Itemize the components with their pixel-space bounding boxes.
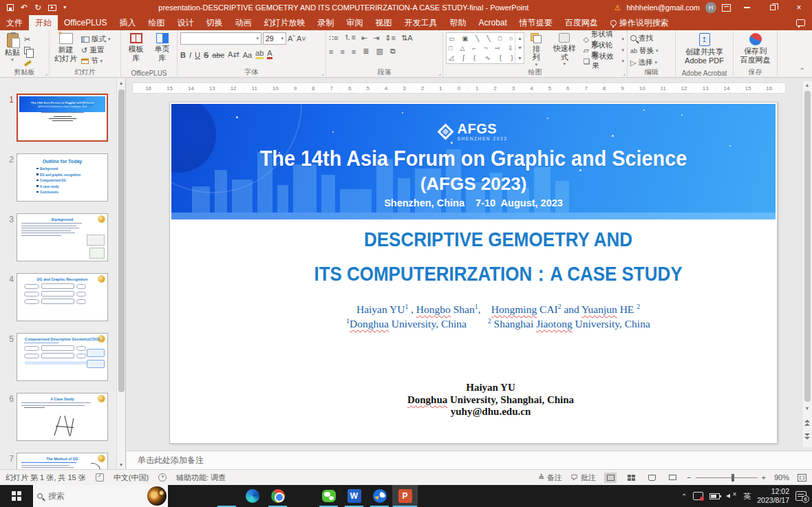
slide-thumbnail-7[interactable]: 7The Method of DG (4, 453, 108, 469)
slide-thumbnail-1[interactable]: 1The 14th Asia Forum on Graphic and Scie… (4, 94, 108, 142)
comments-icon[interactable] (796, 19, 805, 26)
drawing-dialog-launcher[interactable]: ⌟ (623, 70, 626, 76)
tab-设计[interactable]: 设计 (171, 15, 200, 30)
scroll-down-icon[interactable]: ▼ (117, 462, 125, 467)
tab-开始[interactable]: 开始 (29, 15, 58, 30)
find-button[interactable]: 查找 (630, 33, 672, 44)
slide-canvas[interactable]: AFGS SHENZHEN 2023 The 14th Asia Forum o… (169, 102, 778, 444)
redo-icon[interactable]: ↻ (34, 3, 41, 12)
copy-button[interactable] (24, 45, 32, 56)
tab-情节提要[interactable]: 情节提要 (513, 15, 559, 30)
slide-thumbnail-6[interactable]: 6A Case Study (4, 393, 108, 441)
font-name-combo[interactable]: ▾ (180, 32, 261, 45)
collapse-ribbon-icon[interactable]: ⌃ (793, 67, 812, 77)
slide-thumbnail-4[interactable]: 4DG and Graphic Recognition (4, 273, 108, 321)
font-size-combo[interactable]: 29▾ (263, 32, 286, 45)
volume-muted-icon[interactable] (726, 492, 737, 500)
tab-录制[interactable]: 录制 (311, 15, 340, 30)
highlight-color-button[interactable]: ab (255, 49, 264, 59)
justify-icon[interactable]: ≣ (363, 47, 369, 56)
gallery-up-icon[interactable]: ▲ (517, 36, 522, 41)
tab-幻灯片放映[interactable]: 幻灯片放映 (257, 15, 311, 30)
ribbon-display-options-icon[interactable] (722, 4, 731, 12)
scroll-down-icon[interactable]: ▼ (802, 406, 812, 411)
line-spacing-icon[interactable]: ⇕≡ (385, 34, 396, 43)
save-to-baidu-button[interactable]: 保存到 百度网盘 (738, 32, 773, 68)
shape-gallery[interactable]: ▭▣╲╲□○ □△⌐¬⇨⇩ ◿ʃ(∿{} ▲▼▼ (446, 32, 524, 64)
align-center-icon[interactable]: ≡ (340, 47, 344, 56)
tab-Acrobat[interactable]: Acrobat (472, 15, 513, 30)
slide-title-line1[interactable]: DESCRIPTIVE GEMOETRY AND (252, 228, 745, 251)
select-button[interactable]: ▷选择▾ (630, 57, 672, 68)
create-share-pdf-button[interactable]: ↥ 创建并共享 Adobe PDF (683, 32, 726, 68)
ime-indicator[interactable]: 英 (743, 491, 751, 501)
screen-record-icon[interactable] (693, 492, 703, 500)
italic-button[interactable]: I (189, 51, 191, 59)
text-direction-icon[interactable]: ⇅A (401, 34, 413, 43)
page-library-button[interactable]: 单页库 (150, 32, 174, 68)
tab-审阅[interactable]: 审阅 (340, 15, 369, 30)
align-left-icon[interactable]: ≡ (329, 47, 333, 56)
reading-view-button[interactable] (645, 473, 658, 483)
save-icon[interactable] (7, 4, 14, 11)
character-spacing-button[interactable]: A⇄ (228, 50, 239, 59)
slide-thumbnail-2[interactable]: 2Outline for TodayBackgroundDG and graph… (4, 153, 108, 202)
quick-styles-button[interactable]: 快速样式▾ (548, 32, 581, 68)
tab-绘图[interactable]: 绘图 (142, 15, 171, 30)
battery-icon[interactable] (709, 493, 720, 499)
shape-effects-button[interactable]: ❏形状效果▾ (583, 56, 624, 67)
taskbar-clock[interactable]: 12:022023/8/17 (757, 487, 789, 505)
align-right-icon[interactable]: ≡ (352, 47, 356, 56)
notification-center-icon[interactable]: 6 (795, 491, 806, 501)
contact-block[interactable]: Haiyan YU Donghua University, Shanghai, … (376, 382, 605, 418)
shrink-font-icon[interactable]: A˅ (297, 34, 306, 43)
reset-button[interactable]: ↺重置 (81, 45, 111, 56)
normal-view-button[interactable] (604, 473, 617, 483)
strikethrough-button[interactable]: abc (212, 51, 224, 59)
tab-文件[interactable]: 文件 (0, 15, 29, 30)
next-slide-button[interactable] (802, 433, 812, 440)
shadow-button[interactable]: S (204, 51, 209, 59)
slideshow-view-button[interactable] (666, 473, 679, 483)
slide-thumbnail-3[interactable]: 3Background (4, 213, 108, 261)
convert-smartart-icon[interactable]: ⧉ (390, 47, 396, 56)
tab-切换[interactable]: 切换 (200, 15, 228, 30)
taskbar-thunder-button[interactable] (367, 485, 392, 507)
change-case-button[interactable]: Aa (243, 51, 252, 59)
undo-icon[interactable]: ↶ (21, 3, 28, 12)
taskbar-edge-button[interactable] (239, 485, 265, 507)
previous-slide-button[interactable] (802, 420, 812, 426)
taskbar-file-explorer-button[interactable] (214, 485, 239, 507)
avatar[interactable]: H (705, 2, 716, 13)
zoom-level[interactable]: 90% (774, 473, 789, 482)
notes-placeholder[interactable]: 单击此处添加备注 (138, 455, 204, 466)
tab-开发工具[interactable]: 开发工具 (398, 15, 443, 30)
taskbar-powerpoint-button[interactable]: P (392, 485, 418, 507)
taskbar-box-app-button[interactable] (290, 485, 316, 507)
spellcheck-icon[interactable] (96, 473, 104, 482)
tab-OfficePLUS[interactable]: OfficePLUS (58, 15, 113, 30)
language-indicator[interactable]: 中文(中国) (114, 473, 149, 483)
paste-button[interactable]: 粘贴▾ (3, 32, 22, 68)
taskbar-wechat-button[interactable] (316, 485, 341, 507)
numbering-icon[interactable]: ⒈≡ (343, 32, 355, 43)
accessibility-status[interactable]: 辅助功能: 调查 (176, 473, 226, 483)
clipboard-dialog-launcher[interactable]: ⌟ (45, 70, 47, 76)
template-library-button[interactable]: 模板库 (124, 32, 148, 68)
panel-scrollbar[interactable]: ▲ ▼ (116, 78, 125, 469)
tray-expand-icon[interactable]: ⌃ (681, 493, 687, 500)
decrease-indent-icon[interactable]: ⇤ (361, 34, 367, 43)
notes-pane[interactable]: 单击此处添加备注 (127, 451, 812, 469)
spotlight-image[interactable] (147, 486, 167, 506)
tab-视图[interactable]: 视图 (369, 15, 398, 30)
slide-sorter-view-button[interactable] (625, 473, 637, 483)
taskbar-search[interactable] (33, 485, 168, 507)
slide-title-line2[interactable]: ITS COMPUTERIRZATION：A CASE STUDY (252, 261, 745, 288)
bold-button[interactable]: B (180, 51, 186, 59)
paragraph-dialog-launcher[interactable]: ⌟ (438, 70, 441, 76)
vertical-scrollbar[interactable]: ▲ ▼ (802, 81, 812, 447)
affiliations-line[interactable]: 1Donghua University, China 2 Shanghai Ji… (218, 317, 778, 330)
zoom-in-icon[interactable]: + (762, 473, 766, 482)
close-button[interactable]: × (789, 0, 809, 15)
gallery-more-icon[interactable]: ▼ (517, 56, 522, 61)
